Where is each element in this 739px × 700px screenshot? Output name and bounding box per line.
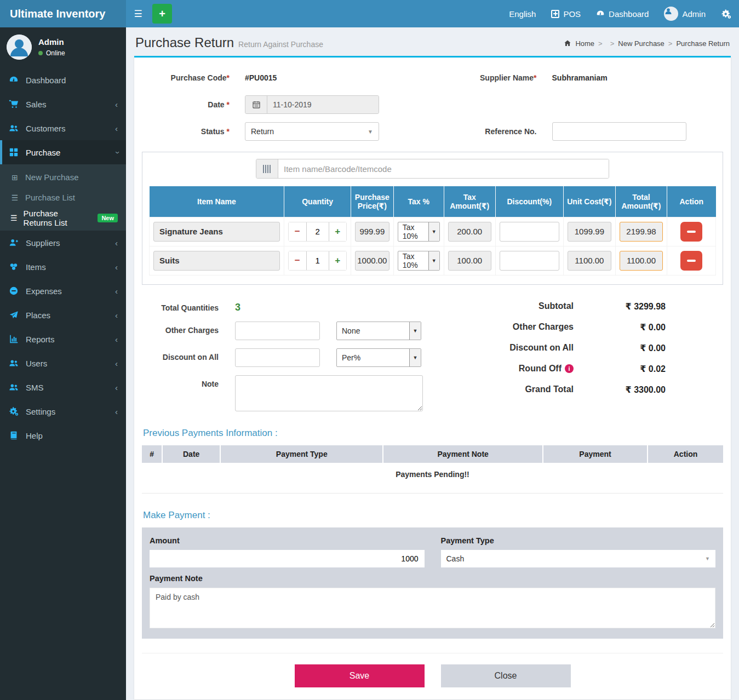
purchase-code-value: #PU0015 [245,73,277,82]
purchase-submenu: ⊞ New Purchase ☰ Purchase List ☰ Purchas… [0,164,126,231]
bar-chart-icon [8,334,19,345]
date-input[interactable] [267,96,379,113]
qty-decrease-button[interactable]: − [289,251,306,270]
sidebar-item-sales[interactable]: Sales ‹ [0,92,126,116]
supplier-label: Supplier Name* [449,73,537,82]
dashboard-link[interactable]: Dashboard [588,0,656,27]
sidebar-item-dashboard[interactable]: Dashboard [0,68,126,92]
item-row: − + Tax 10% ▼ [150,217,716,246]
users-icon [8,358,19,369]
discount-type-select[interactable]: Per% ▼ [336,348,421,367]
app-window: Ultimate Inventory Admin Online Dashboar… [0,0,739,700]
payment-type-select[interactable]: Cash ▼ [441,550,716,567]
other-charges-total-value: ₹ 0.00 [574,322,666,332]
sidebar-item-purchase-list[interactable]: ☰ Purchase List [0,187,126,208]
date-picker[interactable] [245,95,379,114]
breadcrumb: Home > > New Purchase > Purchase Return [564,39,730,48]
hamburger-icon[interactable]: ☰ [126,0,150,27]
tax-select[interactable]: Tax 10% ▼ [398,251,440,271]
sidebar-item-settings[interactable]: Settings ‹ [0,399,126,423]
caret-down-icon: ▼ [368,129,373,135]
user-plus-icon [8,237,19,248]
note-textarea[interactable] [235,375,423,411]
user-menu[interactable]: Admin [656,0,713,27]
list-icon: ☰ [10,193,19,202]
paper-plane-icon [8,309,19,320]
make-payment-heading: Make Payment : [143,510,722,521]
col-tax: Tax % [393,186,444,217]
caret-down-icon: ▼ [409,349,421,366]
language-menu[interactable]: English [501,0,543,27]
gears-icon [8,406,19,417]
date-label: Date * [147,100,230,109]
sidebar-item-purchase-returns-list[interactable]: ☰ Purchase Returns List New [0,208,126,228]
other-charges-input[interactable] [235,322,320,340]
qty-input[interactable] [306,222,329,241]
qty-decrease-button[interactable]: − [289,222,306,241]
sidebar-item-users[interactable]: Users ‹ [0,351,126,375]
sidebar-item-purchase[interactable]: Purchase ‹ [0,140,126,164]
items-table: Item Name Quantity Purchase Price(₹) Tax… [149,186,716,276]
remove-item-button[interactable] [680,251,702,271]
save-button[interactable]: Save [295,664,425,687]
unit-cost-field [568,251,611,271]
previous-payments-table: # Date Payment Type Payment Note Payment… [142,445,723,494]
item-name-input [153,251,280,271]
other-charges-select[interactable]: None ▼ [336,322,421,340]
col-total-amount: Total Amount(₹) [615,186,667,217]
item-search-input[interactable] [278,159,609,178]
discount-total-label: Discount on All [509,343,574,353]
caret-down-icon: ▼ [705,556,710,561]
chevron-left-icon: ‹ [115,286,118,296]
close-button[interactable]: Close [441,664,571,687]
breadcrumb-current: Purchase Return [676,39,730,48]
round-off-label: Round Offi [519,364,574,374]
discount-input[interactable] [500,251,559,271]
breadcrumb-home[interactable]: Home [575,39,594,48]
sidebar-item-new-purchase[interactable]: ⊞ New Purchase [0,167,126,187]
sidebar-item-suppliers[interactable]: Suppliers ‹ [0,231,126,255]
tax-select[interactable]: Tax 10% ▼ [398,222,440,242]
sidebar-user-name: Admin [38,37,65,47]
brand-title[interactable]: Ultimate Inventory [0,0,126,27]
plus-square-icon: ⊞ [10,173,19,182]
tax-amount-field [448,251,491,271]
amount-input[interactable] [150,550,425,567]
sidebar-item-items[interactable]: Items ‹ [0,255,126,279]
chevron-left-icon: ‹ [115,100,118,109]
col-action: Action [648,445,723,463]
payment-note-textarea[interactable]: Paid by cash [150,588,715,628]
qty-input[interactable] [306,251,329,270]
discount-on-all-input[interactable] [235,348,320,367]
tax-amount-field [448,222,491,242]
sidebar-item-help[interactable]: Help [0,423,126,447]
caret-down-icon: ▼ [409,322,421,340]
qty-increase-button[interactable]: + [329,222,347,241]
reference-input[interactable] [552,122,686,141]
qty-increase-button[interactable]: + [329,251,347,270]
pos-link[interactable]: POS [543,0,588,27]
caret-down-icon: ▼ [428,222,439,241]
sidebar-item-places[interactable]: Places ‹ [0,303,126,327]
sidebar-item-reports[interactable]: Reports ‹ [0,327,126,351]
sidebar-item-expenses[interactable]: Expenses ‹ [0,279,126,303]
list-icon: ☰ [10,214,18,222]
status-label: Status * [147,127,230,136]
purchase-code-label: Purchase Code* [147,73,230,82]
remove-item-button[interactable] [680,222,702,242]
sidebar-item-customers[interactable]: Customers ‹ [0,116,126,140]
note-label: Note [148,375,219,388]
status-select[interactable]: Return ▼ [245,122,379,141]
quick-add-button[interactable]: + [152,4,172,24]
barcode-icon [256,159,278,178]
settings-gears-icon[interactable] [713,0,739,27]
sidebar-item-sms[interactable]: SMS ‹ [0,375,126,399]
sidebar-menu: Dashboard Sales ‹ Customers ‹ Purchase ‹… [0,68,126,700]
top-navbar: ☰ + English POS Dashboard Admin [126,0,739,27]
info-icon[interactable]: i [565,364,574,373]
discount-input[interactable] [500,222,559,242]
breadcrumb-new-purchase[interactable]: New Purchase [618,39,664,48]
purchase-return-card: Purchase Code* #PU0015 Date * [134,56,731,699]
chevron-down-icon: ‹ [112,151,121,154]
chevron-left-icon: ‹ [115,262,118,272]
